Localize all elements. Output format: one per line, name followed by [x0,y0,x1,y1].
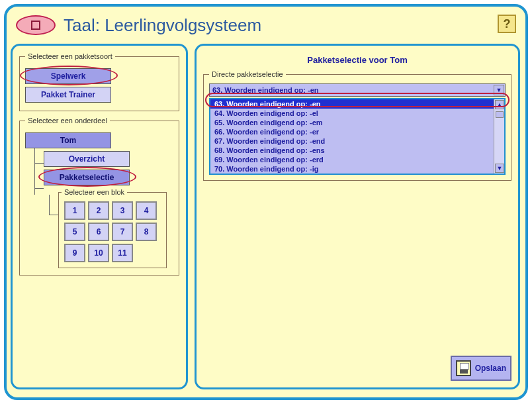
right-panel: Pakketselectie voor Tom Directe pakketse… [195,44,520,389]
titlebar: Taal: Leerlingvolgsysteem ? [11,11,521,40]
help-icon: ? [504,17,511,31]
scroll-thumb[interactable] [496,111,504,118]
list-item[interactable]: 68. Woorden eindigend op: -ens [210,146,494,155]
block-grid: 1 2 3 4 5 6 7 8 9 10 11 [62,199,163,265]
block-8[interactable]: 8 [136,223,157,241]
list-item[interactable]: 67. Woorden eindigend op: -end [210,136,494,146]
scrollbar[interactable]: ▲ ▼ [494,99,504,174]
block-5[interactable]: 5 [64,223,85,241]
pakket-listbox[interactable]: 63. Woorden eindigend op: -en 64. Woorde… [209,98,506,175]
help-button[interactable]: ? [498,15,516,33]
block-2[interactable]: 2 [88,201,109,220]
list-item[interactable]: 69. Woorden eindigend op: -erd [210,155,494,164]
tree: Tom Overzicht Pakketselectie Selecteer e… [25,132,173,268]
app-icon[interactable] [16,15,56,35]
app-window: Taal: Leerlingvolgsysteem ? Selecteer ee… [4,4,528,400]
block-10[interactable]: 10 [88,244,109,262]
block-1[interactable]: 1 [64,201,85,220]
chevron-down-icon[interactable]: ▼ [494,85,504,95]
block-11[interactable]: 11 [112,244,133,262]
square-icon [31,21,40,30]
fieldset-onderdeel: Selecteer een onderdeel Tom Overzicht Pa… [19,117,179,276]
spelwerk-button[interactable]: Spelwerk [25,68,111,84]
pakket-combobox[interactable]: 63. Woorden eindigend op: -en ▼ [209,83,506,97]
save-icon [456,360,471,376]
scroll-down-icon[interactable]: ▼ [495,164,504,173]
save-button[interactable]: Opslaan [451,356,511,381]
tree-overzicht[interactable]: Overzicht [44,151,130,167]
block-4[interactable]: 4 [136,201,157,220]
left-panel: Selecteer een pakketsoort Spelwerk Pakke… [11,44,188,389]
list-item[interactable]: 65. Woorden eindigend op: -em [210,118,494,127]
block-7[interactable]: 7 [112,223,133,241]
tree-student[interactable]: Tom [25,132,111,148]
block-9[interactable]: 9 [64,244,85,262]
fieldset-pakketsoort: Selecteer een pakketsoort Spelwerk Pakke… [19,52,179,111]
fieldset-blok: Selecteer een blok 1 2 3 4 5 6 7 8 9 10 [58,188,167,268]
page-title: Taal: Leerlingvolgsysteem [64,15,261,36]
block-6[interactable]: 6 [88,223,109,241]
scroll-up-icon[interactable]: ▲ [495,100,504,109]
legend-pakketsoort: Selecteer een pakketsoort [25,52,115,60]
right-title: Pakketselectie voor Tom [203,55,511,65]
block-3[interactable]: 3 [112,201,133,220]
list-item[interactable]: 70. Woorden eindigend op: -ig [210,164,494,174]
legend-onderdeel: Selecteer een onderdeel [25,117,110,125]
legend-blok: Selecteer een blok [62,188,127,196]
content: Selecteer een pakketsoort Spelwerk Pakke… [11,44,521,389]
tree-pakketselectie[interactable]: Pakketselectie [44,170,130,185]
save-label: Opslaan [475,364,506,373]
list-item[interactable]: 64. Woorden eindigend op: -el [210,109,494,118]
legend-directe: Directe pakketselectie [209,70,286,78]
combo-wrap: 63. Woorden eindigend op: -en ▼ 63. Woor… [209,83,506,175]
fieldset-directe: Directe pakketselectie 63. Woorden eindi… [203,70,511,181]
list-item[interactable]: 63. Woorden eindigend op: -en [210,99,494,109]
pakket-trainer-button[interactable]: Pakket Trainer [25,87,111,103]
list-item[interactable]: 66. Woorden eindigend op: -er [210,127,494,136]
combo-selected-text: 63. Woorden eindigend op: -en [212,86,319,94]
